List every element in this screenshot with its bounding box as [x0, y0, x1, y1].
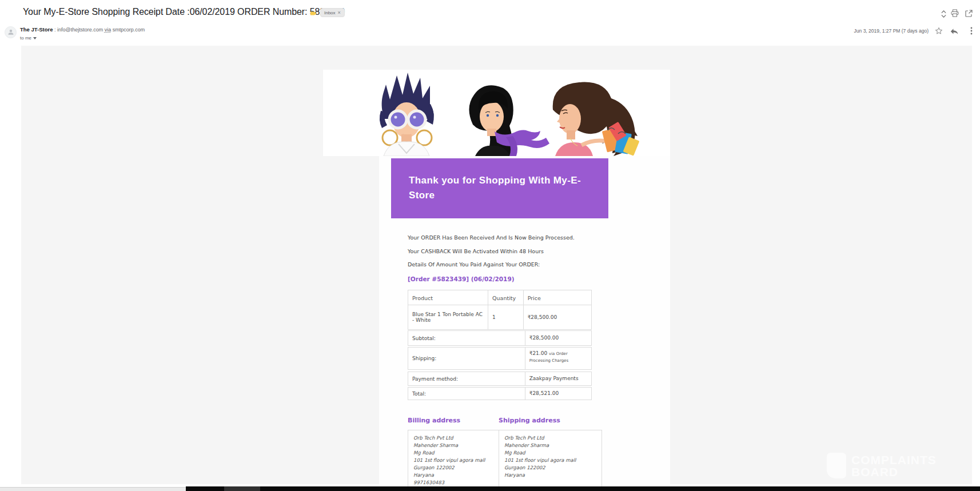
shipping-line: Gurgaon 122002 — [504, 464, 596, 472]
shipping-address-box: Orb Tech Pvt Ltd Mahender Sharma Mg Road… — [499, 430, 602, 491]
inbox-label-text: Inbox — [324, 10, 336, 15]
reply-icon[interactable] — [950, 27, 959, 36]
show-details-control[interactable]: to me — [20, 35, 37, 41]
billing-line: Mg Road — [413, 449, 497, 457]
sender-line: The JT-Store : info@thejtstore.com via s… — [20, 26, 145, 33]
payment-method-label: Payment method: — [408, 372, 525, 385]
header-banner-image — [323, 70, 670, 156]
more-options-icon[interactable] — [967, 26, 976, 35]
thank-you-title: Thank you for Shopping With My-E-Store — [409, 173, 606, 203]
via-domain: smtpcorp.com — [111, 27, 145, 33]
thank-you-banner: Thank you for Shopping With My-E-Store — [391, 158, 608, 218]
billing-address-heading: Billing address — [408, 417, 460, 424]
watermark-logo-icon — [827, 453, 846, 478]
sender-name: The JT-Store — [20, 26, 53, 33]
intro-line-3: Details Of Amount You Paid Against Your … — [408, 261, 540, 268]
summary-row-subtotal: Subtotal: ₹28,500.00 — [408, 330, 592, 346]
email-body-area: Thank you for Shopping With My-E-Store Y… — [21, 46, 972, 484]
complaintsboard-watermark: COMPLAINTS BOARD — [827, 453, 937, 478]
shipping-label: Shipping: — [408, 348, 525, 369]
shipping-line: Mg Road — [504, 449, 596, 457]
item-quantity: 1 — [488, 305, 524, 329]
summary-row-shipping: Shipping: ₹21.00 via Order Processing Ch… — [408, 347, 592, 370]
billing-line: 9971630483 — [413, 479, 497, 486]
order-item-row: Blue Star 1 Ton Portable AC - White 1 ₹2… — [408, 305, 592, 330]
intro-line-2: Your CASHBACK Will Be Activated Within 4… — [408, 248, 544, 254]
sender-email: info@thejtstore.com — [57, 27, 105, 33]
banner-illustration — [323, 70, 670, 156]
intro-line-1: Your ORDER Has Been Received And Is Now … — [408, 234, 575, 241]
item-product: Blue Star 1 Ton Portable AC - White — [408, 305, 488, 329]
shipping-line: Orb Tech Pvt Ltd — [504, 434, 596, 442]
shipping-line: Haryana — [504, 472, 596, 479]
remove-label-icon[interactable]: × — [338, 10, 341, 15]
inbox-label-chip[interactable]: Inbox × — [320, 8, 345, 17]
bottom-bar-light-segment — [0, 487, 186, 491]
bottom-bar-mid-segment — [224, 486, 260, 491]
shipping-address-heading: Shipping address — [499, 417, 560, 424]
star-icon[interactable] — [934, 26, 943, 35]
recipient-label: to me — [20, 35, 31, 41]
total-label: Total: — [408, 388, 525, 400]
item-price: ₹28,500.00 — [524, 305, 591, 329]
label-tag-icon — [310, 9, 317, 17]
col-quantity: Quantity — [488, 290, 524, 305]
order-heading: [Order #5823439] (06/02/2019) — [408, 276, 514, 282]
subtotal-label: Subtotal: — [408, 331, 525, 345]
summary-row-payment: Payment method: Zaakpay Payments — [408, 372, 592, 386]
billing-line: Haryana — [413, 472, 497, 479]
subtotal-value: ₹28,500.00 — [529, 335, 559, 341]
woman-scarf — [469, 85, 549, 156]
woman-shopping-bags — [553, 82, 640, 156]
billing-line: Gurgaon 122002 — [413, 464, 497, 472]
gmail-message-view: Your My-E-Store Shopping Receipt Date :0… — [0, 0, 980, 491]
message-date: Jun 3, 2019, 1:27 PM (7 days ago) — [854, 28, 929, 34]
col-price: Price — [524, 290, 591, 305]
print-icon[interactable] — [950, 9, 959, 18]
sender-separator: : — [53, 27, 58, 33]
billing-line: 101 1st floor vipul agora mall — [413, 457, 497, 464]
bottom-bar-dark-segment — [186, 486, 980, 491]
shipping-value: ₹21.00 — [529, 350, 549, 356]
watermark-line-1: COMPLAINTS — [851, 454, 937, 466]
total-value: ₹28,521.00 — [529, 390, 559, 396]
email-subject: Your My-E-Store Shopping Receipt Date :0… — [23, 7, 345, 17]
billing-line: Mahender Sharma — [413, 442, 497, 449]
watermark-line-2: BOARD — [851, 466, 937, 478]
summary-row-total: Total: ₹28,521.00 — [408, 387, 592, 400]
woman-sunglasses — [380, 73, 434, 156]
billing-address-box: Orb Tech Pvt Ltd Mahender Sharma Mg Road… — [408, 430, 503, 491]
col-product: Product — [408, 290, 488, 305]
sender-avatar[interactable] — [5, 26, 17, 38]
order-table-header: Product Quantity Price — [408, 290, 592, 306]
billing-line: Orb Tech Pvt Ltd — [413, 434, 497, 442]
chevron-down-icon — [33, 37, 37, 39]
shipping-line: Mahender Sharma — [504, 442, 596, 449]
expand-collapse-icon[interactable] — [939, 9, 948, 18]
open-in-new-icon[interactable] — [964, 9, 973, 18]
payment-method-value: Zaakpay Payments — [529, 376, 579, 381]
via-label: via — [105, 27, 111, 33]
shipping-line: 101 1st floor vipul agora mall — [504, 457, 596, 464]
person-icon — [7, 27, 14, 38]
